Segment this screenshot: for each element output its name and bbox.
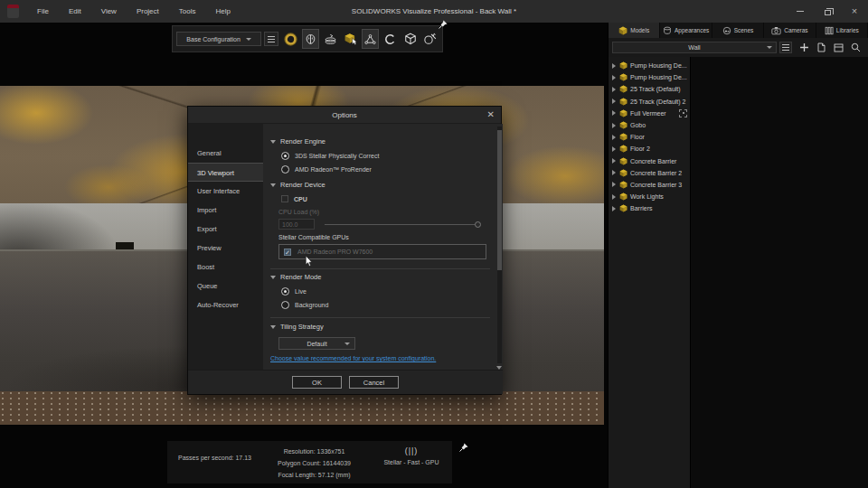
selection-tool-button[interactable] [362,29,379,49]
restore-button[interactable] [814,0,841,23]
ring-icon [284,33,297,46]
close-button[interactable]: × [841,0,868,23]
tree-item[interactable]: Floor [609,131,690,143]
dialog-scrollbar[interactable] [497,127,502,363]
sidebar-item-queue[interactable]: Queue [188,277,263,296]
toolbar-pin-button[interactable] [439,20,448,29]
rotate-c-icon [384,33,396,45]
menu-view[interactable]: View [91,0,127,23]
tree-item[interactable]: Barriers [609,202,690,214]
tree-item[interactable]: Concrete Barrier 3 [609,179,690,191]
dialog-close-button[interactable]: ✕ [487,109,495,119]
sidebar-item-general[interactable]: General [188,144,263,163]
add-model-button[interactable] [799,42,809,52]
dialog-sidebar: General 3D Viewport User Interface Impor… [188,124,263,371]
chevron-right-icon[interactable] [612,99,616,104]
scene-tools-button[interactable] [421,29,439,49]
radio-prorender[interactable]: AMD Radeon™ ProRender [281,165,372,174]
tree-item[interactable]: 25 Track (Default) [609,83,690,95]
chevron-right-icon[interactable] [612,146,616,152]
tiling-strategy-dropdown[interactable]: Default [278,337,355,350]
model-cube-icon [619,73,627,81]
sidebar-item-export[interactable]: Export [188,220,263,239]
recommended-config-link[interactable]: Choose value recommended for your system… [270,355,436,361]
pin-icon [439,20,448,29]
chevron-right-icon[interactable] [612,135,616,140]
tree-item[interactable]: Floor 2 [609,143,690,155]
appearance-ring-button[interactable] [282,29,299,49]
cpu-load-input[interactable]: 100.0 [278,219,315,230]
pause-icon[interactable]: (||) [371,446,452,456]
tree-item[interactable]: Concrete Barrier [609,155,690,167]
menu-file[interactable]: File [27,0,59,23]
sidebar-item-user-interface[interactable]: User Interface [188,182,263,201]
status-pin-button[interactable] [459,443,468,452]
split-view-button[interactable] [834,43,844,52]
tab-cameras[interactable]: Cameras [764,23,816,38]
mouse-cursor [305,256,313,267]
tree-item[interactable]: 25 Track (Default) 2 [609,96,690,108]
minimize-button[interactable] [787,0,814,23]
menu-help[interactable]: Help [205,0,240,23]
chevron-right-icon[interactable] [612,75,616,80]
radio-stellar[interactable]: 3DS Stellar Physically Correct [281,152,379,160]
object-box-button[interactable] [401,29,419,49]
configuration-dropdown[interactable]: Base Configuration [176,32,261,46]
chevron-right-icon[interactable] [612,87,616,92]
render-device-heading[interactable]: Render Device [270,181,326,189]
triangle-vertices-icon [364,33,376,45]
rotate-button[interactable] [382,29,399,49]
tab-appearances[interactable]: Appearances [660,23,712,38]
search-button[interactable] [851,42,861,52]
chevron-right-icon[interactable] [612,182,616,187]
checkbox-checked-icon[interactable]: ✓ [284,249,291,256]
tree-item[interactable]: Full Vermeer [609,108,690,119]
tree-item[interactable]: Pump Housing De... [609,71,690,83]
ai-tool-button[interactable] [302,29,319,49]
sidebar-item-boost[interactable]: Boost [188,258,263,277]
tab-libraries[interactable]: Libraries [816,23,868,38]
dialog-title-bar[interactable]: Options ✕ [188,107,501,124]
menu-project[interactable]: Project [127,0,169,23]
render-engine-heading[interactable]: Render Engine [270,137,326,145]
model-cube-icon [619,98,627,106]
chevron-right-icon[interactable] [612,206,616,211]
turntable-button[interactable] [322,29,339,49]
tree-item[interactable]: Gobo [609,119,690,131]
model-tree: Pump Housing De... Pump Housing De... 25… [609,57,868,488]
radio-live[interactable]: Live [281,287,307,296]
chevron-right-icon[interactable] [612,194,616,200]
sidebar-item-3d-viewport[interactable]: 3D Viewport [188,163,263,182]
sidebar-item-import[interactable]: Import [188,201,263,220]
cpu-load-slider[interactable] [325,224,480,225]
menu-tools[interactable]: Tools [169,0,206,23]
select-model-button[interactable] [342,29,359,49]
tree-item[interactable]: Work Lights [609,191,690,202]
model-set-dropdown[interactable]: Wall [612,42,777,53]
chevron-right-icon[interactable] [612,158,616,164]
sidebar-item-auto-recover[interactable]: Auto-Recover [188,296,263,314]
cancel-button[interactable]: Cancel [349,376,399,389]
zoom-to-fit-icon[interactable] [679,109,687,117]
chevron-right-icon[interactable] [612,170,616,175]
cpu-checkbox-row[interactable]: CPU [281,195,307,202]
tree-view-options-button[interactable] [779,42,792,53]
ok-button[interactable]: OK [292,376,342,389]
radio-background[interactable]: Background [281,301,328,309]
chevron-right-icon[interactable] [612,63,616,69]
configuration-list-button[interactable] [264,32,278,46]
sidebar-item-preview[interactable]: Preview [188,239,263,258]
tree-item[interactable]: Pump Housing De... [609,60,690,71]
render-mode-heading[interactable]: Render Mode [270,273,321,281]
import-file-button[interactable] [816,42,826,52]
chevron-right-icon[interactable] [612,123,616,128]
scrollbar-thumb[interactable] [497,130,502,270]
tab-scenes[interactable]: Scenes [712,23,764,38]
cpu-load-slider-handle[interactable] [475,221,481,228]
pin-icon [459,443,468,452]
tab-models[interactable]: Models [609,23,660,38]
menu-edit[interactable]: Edit [59,0,91,23]
tree-item[interactable]: Concrete Barrier 2 [609,167,690,179]
tiling-strategy-heading[interactable]: Tiling Strategy [270,323,324,331]
chevron-right-icon[interactable] [612,110,616,116]
